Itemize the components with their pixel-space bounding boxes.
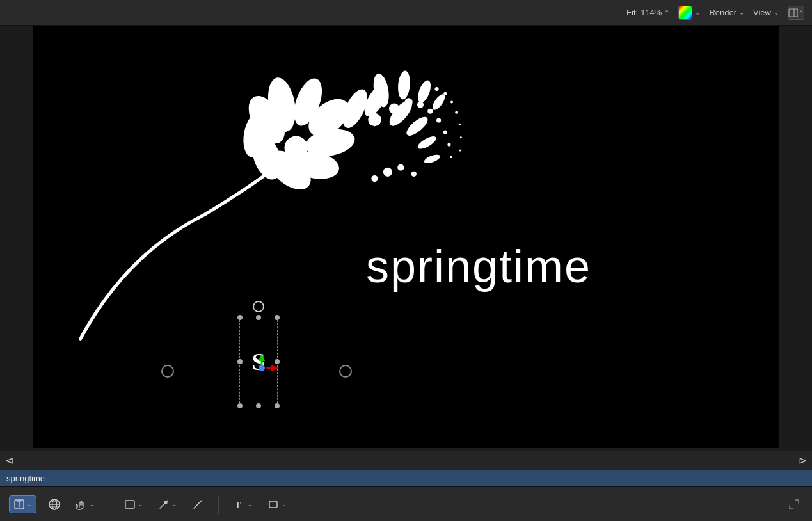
render-chevron: ⌄: [739, 9, 744, 16]
hand-chevron: ⌄: [90, 501, 95, 508]
rect-select-btn[interactable]: ⌄: [121, 495, 146, 513]
text-tool-icon: T: [233, 498, 246, 511]
shape-tool-chevron: ⌄: [282, 501, 287, 508]
svg-point-28: [397, 70, 411, 100]
svg-point-31: [317, 131, 326, 139]
pencil-icon: [191, 498, 204, 511]
main-canvas[interactable]: springtime S: [33, 26, 779, 448]
svg-point-9: [261, 143, 317, 197]
svg-point-22: [427, 109, 433, 114]
svg-point-14: [386, 97, 416, 129]
view-label: View: [753, 8, 771, 17]
left-motion-handle[interactable]: [161, 365, 174, 378]
svg-point-39: [460, 136, 462, 138]
handle-mid-left[interactable]: [237, 359, 243, 364]
svg-point-44: [411, 172, 417, 177]
render-btn[interactable]: Render ⌄: [709, 8, 744, 17]
svg-point-43: [397, 164, 404, 171]
handle-top-center[interactable]: [256, 315, 261, 320]
svg-point-11: [240, 110, 271, 159]
svg-point-37: [455, 111, 458, 114]
layout-chevron: ⌃: [799, 10, 804, 16]
separator-2: [218, 495, 219, 514]
globe-tool-btn[interactable]: [45, 495, 63, 513]
top-bar: Fit: 114% ⌃ ⌄ Render ⌄ View ⌄ ⌃: [0, 0, 812, 26]
separator-1: [109, 495, 109, 514]
handle-top-right[interactable]: [275, 315, 280, 320]
color-chevron: ⌄: [695, 9, 700, 16]
svg-point-26: [450, 156, 452, 158]
svg-point-38: [459, 124, 461, 125]
handle-top-left[interactable]: [237, 315, 243, 320]
svg-point-41: [383, 168, 392, 177]
handle-bot-left[interactable]: [237, 403, 243, 408]
svg-point-13: [360, 81, 392, 120]
svg-point-4: [264, 76, 299, 134]
svg-point-20: [404, 98, 412, 106]
svg-point-18: [368, 113, 381, 126]
svg-point-19: [389, 104, 399, 114]
svg-rect-53: [125, 501, 134, 508]
view-btn[interactable]: View ⌄: [753, 8, 779, 17]
layout-icon: [788, 8, 798, 17]
right-motion-handle[interactable]: [339, 365, 352, 378]
springtime-text: springtime: [366, 240, 591, 293]
timeline-clip-label: springtime: [6, 474, 45, 483]
shape-tool-icon: [267, 498, 280, 511]
svg-text:T: T: [235, 501, 241, 510]
svg-point-8: [291, 148, 342, 182]
text-cursor-icon: [13, 499, 25, 510]
svg-point-36: [450, 100, 453, 103]
window-layout-btn[interactable]: ⌃: [788, 6, 804, 20]
svg-point-10: [246, 131, 287, 184]
hand-tool-btn[interactable]: ⌄: [72, 495, 97, 513]
right-arrow: [271, 365, 279, 371]
text-tool-chevron: ⌄: [248, 501, 253, 508]
svg-point-34: [434, 87, 438, 91]
pen-icon: [157, 498, 170, 511]
expand-btn[interactable]: [785, 495, 803, 513]
timeline-bar: ⊲ ⊳: [0, 451, 812, 470]
svg-point-29: [415, 79, 433, 104]
svg-point-40: [459, 150, 461, 152]
bottom-toolbar: ⌄ ⌄ ⌄ ⌄: [0, 486, 812, 521]
color-swatch: [678, 6, 692, 20]
hand-icon: [75, 498, 88, 511]
text-tool-btn[interactable]: T ⌄: [230, 495, 255, 513]
svg-point-23: [436, 118, 441, 123]
pen-chevron: ⌄: [172, 501, 177, 508]
shape-tool-btn[interactable]: ⌄: [264, 495, 289, 513]
svg-point-16: [416, 134, 438, 151]
selected-text-element[interactable]: S: [239, 317, 278, 406]
text-cursor-chevron: ⌄: [27, 501, 32, 508]
view-chevron: ⌄: [774, 9, 779, 16]
svg-rect-0: [789, 9, 798, 17]
svg-point-6: [301, 92, 356, 144]
playhead-right-marker: ⊳: [799, 454, 807, 467]
expand-icon: [788, 498, 800, 511]
handle-bot-right[interactable]: [275, 403, 280, 408]
rotation-handle-top[interactable]: [253, 301, 264, 312]
pen-tool-btn[interactable]: ⌄: [155, 495, 180, 513]
render-label: Render: [709, 8, 736, 17]
color-swatch-btn[interactable]: ⌄: [678, 6, 700, 20]
svg-point-24: [443, 130, 447, 134]
fit-control[interactable]: Fit: 114% ⌃: [626, 8, 669, 17]
rect-select-icon: [123, 498, 136, 511]
svg-point-27: [371, 72, 391, 108]
playhead-left-marker: ⊲: [5, 454, 13, 467]
svg-point-7: [303, 125, 357, 160]
svg-point-12: [338, 86, 372, 131]
transform-center-dot: [259, 365, 265, 371]
right-arrow-stem: [266, 367, 272, 369]
fit-chevron: ⌃: [664, 9, 669, 16]
canvas-area: springtime S: [0, 26, 812, 451]
svg-point-35: [443, 92, 447, 95]
svg-point-5: [289, 75, 328, 130]
fit-label: Fit:: [626, 8, 638, 17]
svg-point-17: [423, 153, 441, 165]
pencil-tool-btn[interactable]: [189, 495, 207, 513]
text-cursor-tool-btn[interactable]: ⌄: [9, 495, 36, 513]
handle-bot-center[interactable]: [256, 403, 261, 408]
fit-value: 114%: [641, 8, 662, 17]
